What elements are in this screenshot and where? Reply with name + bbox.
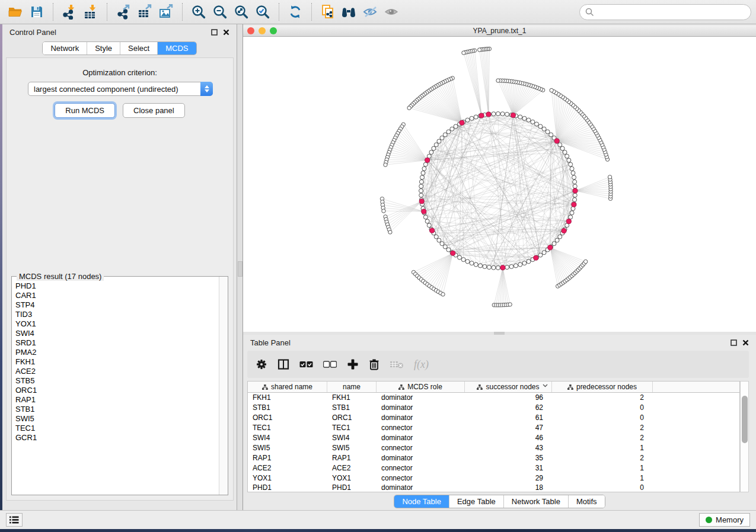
network-node[interactable]	[440, 242, 444, 246]
search-input[interactable]	[597, 8, 745, 17]
tab-motifs[interactable]: Motifs	[569, 495, 605, 508]
mcds-result-item[interactable]: RAP1	[15, 395, 219, 405]
mcds-result-item[interactable]: TID3	[15, 310, 219, 319]
close-panel-button[interactable]: Close panel	[123, 103, 185, 118]
refresh-button[interactable]	[285, 2, 306, 22]
network-node[interactable]	[573, 193, 577, 197]
deselect-all-button[interactable]	[323, 355, 337, 373]
column-header-predecessor-nodes[interactable]: predecessor nodes	[552, 382, 653, 392]
network-node[interactable]	[522, 116, 527, 120]
splitter-grab-handle[interactable]	[238, 261, 243, 277]
mcds-result-item[interactable]: SWI5	[15, 414, 219, 424]
tab-select[interactable]: Select	[120, 42, 158, 55]
network-node[interactable]	[407, 106, 411, 110]
network-node[interactable]	[470, 116, 474, 120]
mcds-result-item[interactable]: PMA2	[15, 348, 219, 357]
network-node[interactable]	[535, 122, 539, 126]
network-node[interactable]	[425, 219, 429, 223]
mcds-result-item[interactable]: ORC1	[15, 386, 219, 395]
mcds-network-node[interactable]	[500, 265, 505, 270]
network-node[interactable]	[505, 265, 509, 270]
network-node[interactable]	[421, 171, 425, 175]
mcds-network-node[interactable]	[460, 120, 464, 125]
mcds-result-item[interactable]: TEC1	[15, 424, 219, 433]
first-neighbors-button[interactable]	[339, 2, 360, 22]
column-header-shared-name[interactable]: shared name	[248, 382, 327, 392]
network-node[interactable]	[542, 127, 546, 131]
network-node[interactable]	[573, 180, 577, 184]
mcds-network-node[interactable]	[419, 199, 424, 204]
network-node[interactable]	[419, 189, 423, 193]
network-node[interactable]	[496, 79, 500, 82]
mcds-result-scrollbar[interactable]	[219, 277, 228, 495]
table-row[interactable]: SWI4SWI4dominator462	[248, 433, 739, 443]
mcds-network-node[interactable]	[425, 158, 430, 162]
network-node[interactable]	[583, 259, 587, 263]
network-node[interactable]	[454, 124, 458, 129]
tab-style[interactable]: Style	[87, 42, 120, 55]
network-node[interactable]	[555, 238, 559, 242]
network-node[interactable]	[567, 158, 571, 162]
network-node[interactable]	[569, 162, 573, 166]
memory-button[interactable]: Memory	[699, 513, 750, 527]
mcds-network-node[interactable]	[430, 228, 435, 233]
network-node[interactable]	[446, 248, 451, 252]
network-node[interactable]	[443, 133, 447, 137]
optimization-criterion-select[interactable]: largest connected component (undirected)	[28, 82, 213, 96]
mcds-network-node[interactable]	[451, 251, 455, 255]
tab-network-table[interactable]: Network Table	[504, 495, 569, 508]
mcds-network-node[interactable]	[422, 209, 426, 214]
mcds-network-node[interactable]	[562, 228, 566, 233]
table-row[interactable]: TEC1TEC1connector472	[248, 423, 739, 433]
network-node[interactable]	[423, 215, 428, 219]
table-scrollbar[interactable]	[740, 381, 749, 492]
network-node[interactable]	[570, 211, 574, 215]
network-node[interactable]	[549, 133, 553, 137]
tab-network[interactable]: Network	[43, 42, 87, 55]
tab-mcds[interactable]: MCDS	[158, 42, 196, 55]
table-row[interactable]: RAP1RAP1dominator352	[248, 453, 739, 463]
network-node[interactable]	[423, 162, 428, 166]
show-all-button[interactable]	[381, 2, 403, 22]
network-node[interactable]	[546, 130, 550, 134]
mcds-result-item[interactable]: SRD1	[15, 338, 219, 348]
network-node[interactable]	[542, 251, 546, 255]
mcds-result-item[interactable]: SWI4	[15, 329, 219, 338]
network-node[interactable]	[446, 130, 451, 134]
vertical-splitter[interactable]	[237, 24, 243, 510]
table-row[interactable]: ORC1ORC1dominator610	[248, 413, 739, 423]
mcds-result-item[interactable]: STB1	[15, 405, 219, 414]
network-node[interactable]	[434, 143, 438, 147]
run-mcds-button[interactable]: Run MCDS	[55, 103, 115, 118]
hide-selected-button[interactable]	[360, 2, 381, 22]
close-panel-icon[interactable]	[223, 29, 229, 36]
network-node[interactable]	[496, 266, 500, 270]
export-network-button[interactable]	[113, 2, 134, 22]
mcds-result-item[interactable]: ACE2	[15, 367, 219, 376]
network-node[interactable]	[470, 261, 474, 265]
network-node[interactable]	[427, 223, 431, 227]
node-table[interactable]: shared namenameMCDS rolesuccessor nodesp…	[247, 381, 740, 492]
mcds-result-list[interactable]: PHD1CAR1STP4TID3YOX1SWI4SRD1PMA2FKH1ACE2…	[12, 281, 219, 494]
table-row[interactable]: STB1STB1dominator620	[248, 403, 739, 413]
zoom-fit-button[interactable]	[231, 2, 252, 22]
network-node[interactable]	[500, 112, 505, 116]
mcds-result-item[interactable]: GCR1	[15, 433, 219, 443]
mcds-network-node[interactable]	[554, 139, 559, 143]
network-node[interactable]	[465, 118, 470, 122]
export-image-button[interactable]	[155, 2, 177, 22]
close-panel-icon[interactable]	[742, 339, 749, 346]
zoom-out-button[interactable]	[209, 2, 231, 22]
network-node[interactable]	[522, 261, 527, 265]
table-row[interactable]: SWI5SWI5connector431	[248, 443, 739, 453]
network-node[interactable]	[465, 259, 470, 264]
network-node[interactable]	[565, 154, 569, 158]
zoom-in-button[interactable]	[188, 2, 209, 22]
network-node[interactable]	[538, 253, 543, 257]
network-node[interactable]	[419, 180, 423, 184]
column-header-MCDS-role[interactable]: MCDS role	[377, 382, 465, 392]
network-node[interactable]	[608, 175, 611, 179]
network-node[interactable]	[558, 143, 562, 147]
mcds-network-node[interactable]	[479, 113, 484, 118]
settings-gear-button[interactable]	[256, 355, 267, 373]
